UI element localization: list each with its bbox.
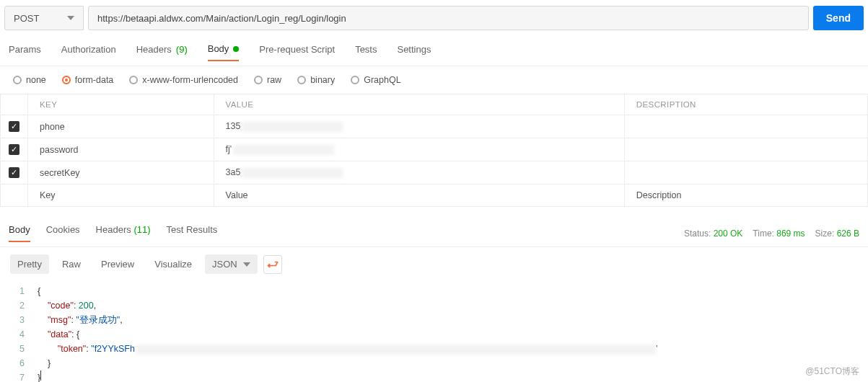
radio-binary[interactable]: binary [297, 75, 335, 85]
chevron-down-icon [243, 262, 250, 267]
obscured-value [242, 122, 343, 132]
key-placeholder[interactable]: Key [28, 185, 214, 207]
key-cell[interactable]: phone [28, 115, 214, 138]
radio-graphql[interactable]: GraphQL [351, 75, 400, 85]
radio-form-data-label: form-data [75, 75, 114, 85]
tab-body[interactable]: Body [208, 43, 240, 61]
tab-settings[interactable]: Settings [397, 43, 431, 61]
checkbox-header [1, 94, 28, 115]
table-row-placeholder: Key Value Description [1, 185, 868, 207]
response-tab-body[interactable]: Body [9, 224, 30, 242]
tab-prerequest[interactable]: Pre-request Script [259, 43, 335, 61]
status-label: Status: [684, 228, 711, 239]
description-placeholder[interactable]: Description [624, 185, 867, 207]
tab-headers-label: Headers [136, 44, 172, 55]
obscured-value [242, 168, 343, 178]
response-tabs: Body Cookies Headers (11) Test Results [9, 224, 217, 242]
radio-graphql-label: GraphQL [364, 75, 400, 85]
radio-xwww[interactable]: x-www-form-urlencoded [129, 75, 238, 85]
response-headers-count: (11) [133, 224, 150, 235]
radio-icon [13, 76, 22, 84]
description-cell[interactable] [624, 161, 867, 185]
body-type-radio-group: none form-data x-www-form-urlencoded raw… [0, 66, 868, 94]
request-tabs: Params Authorization Headers (9) Body Pr… [0, 30, 868, 66]
radio-none-label: none [26, 75, 46, 85]
headers-count-badge: (9) [176, 44, 188, 55]
value-placeholder[interactable]: Value [214, 185, 624, 207]
checkbox-icon[interactable]: ✓ [9, 144, 19, 155]
radio-xwww-label: x-www-form-urlencoded [142, 75, 238, 85]
http-method-label: POST [14, 13, 39, 24]
radio-binary-label: binary [310, 75, 335, 85]
http-method-select[interactable]: POST [4, 6, 84, 30]
col-header-key: KEY [28, 94, 214, 115]
radio-icon [129, 76, 138, 84]
watermark-text: @51CTO博客 [805, 365, 859, 378]
table-row: ✓ phone 135 [1, 115, 868, 138]
radio-icon [297, 76, 306, 84]
table-row: ✓ secretKey 3a5 [1, 161, 868, 185]
time-label: Time: [753, 228, 774, 239]
format-select[interactable]: JSON [205, 254, 258, 274]
status-value: 200 OK [714, 228, 743, 239]
radio-icon [254, 76, 263, 84]
wrap-lines-icon[interactable]: ⮐ [263, 255, 282, 274]
response-tab-headers-label: Headers [96, 224, 131, 235]
view-raw-button[interactable]: Raw [55, 254, 88, 274]
tab-params[interactable]: Params [9, 43, 41, 61]
radio-icon [62, 76, 71, 84]
size-value: 626 B [837, 228, 859, 239]
description-cell[interactable] [624, 138, 867, 161]
radio-form-data[interactable]: form-data [62, 75, 114, 85]
checkbox-icon[interactable]: ✓ [9, 121, 19, 132]
tab-headers[interactable]: Headers (9) [136, 43, 188, 61]
obscured-value [233, 145, 334, 155]
radio-raw[interactable]: raw [254, 75, 281, 85]
response-tab-tests[interactable]: Test Results [167, 224, 218, 242]
col-header-value: VALUE [214, 94, 624, 115]
key-cell[interactable]: secretKey [28, 161, 214, 185]
response-tab-cookies[interactable]: Cookies [46, 224, 80, 242]
send-button[interactable]: Send [813, 6, 864, 30]
chevron-down-icon [67, 16, 74, 20]
view-visualize-button[interactable]: Visualize [147, 254, 199, 274]
radio-raw-label: raw [267, 75, 281, 85]
response-tab-headers[interactable]: Headers (11) [96, 224, 151, 242]
obscured-token [136, 345, 656, 355]
response-toolbar: Pretty Raw Preview Visualize JSON ⮐ [0, 247, 868, 281]
time-value: 869 ms [776, 228, 805, 239]
tab-authorization[interactable]: Authorization [61, 43, 116, 61]
format-label: JSON [212, 259, 237, 270]
tab-tests[interactable]: Tests [355, 43, 377, 61]
value-cell[interactable]: fj' [214, 138, 624, 161]
value-cell[interactable]: 135 [214, 115, 624, 138]
response-body-code[interactable]: 1{ 2 "code": 200, 3 "msg": "登录成功", 4 "da… [0, 281, 868, 382]
table-row: ✓ password fj' [1, 138, 868, 161]
value-cell[interactable]: 3a5 [214, 161, 624, 185]
view-pretty-button[interactable]: Pretty [10, 254, 49, 274]
radio-icon [351, 76, 359, 84]
checkbox-icon[interactable]: ✓ [9, 167, 19, 178]
key-cell[interactable]: password [28, 138, 214, 161]
form-data-table: KEY VALUE DESCRIPTION ✓ phone 135 ✓ pass… [0, 94, 868, 207]
size-label: Size: [815, 228, 835, 239]
tab-body-label: Body [208, 43, 229, 54]
url-input[interactable] [88, 6, 809, 30]
col-header-description: DESCRIPTION [624, 94, 867, 115]
view-preview-button[interactable]: Preview [94, 254, 141, 274]
description-cell[interactable] [624, 115, 867, 138]
dot-indicator-icon [233, 46, 239, 52]
radio-none[interactable]: none [13, 75, 46, 85]
response-meta: Status: 200 OK Time: 869 ms Size: 626 B [684, 228, 859, 239]
